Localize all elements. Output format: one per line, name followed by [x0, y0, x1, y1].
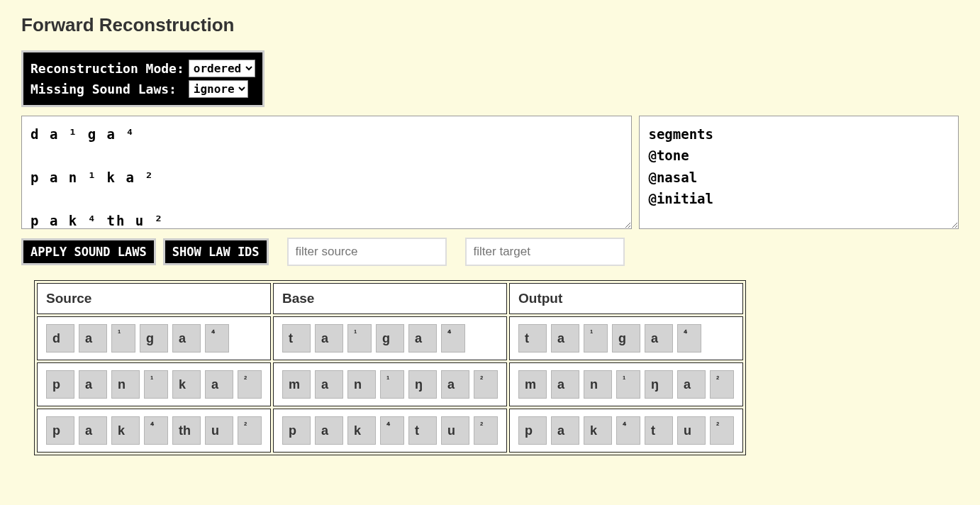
segment-cell: ⁴ [677, 324, 701, 353]
input-words-textarea[interactable] [21, 116, 632, 229]
table-row: da¹ga⁴ta¹ga⁴ta¹ga⁴ [37, 316, 743, 360]
segment-cell: g [140, 324, 168, 353]
cell-source: pan¹ka² [37, 362, 271, 406]
cell-source: da¹ga⁴ [37, 316, 271, 360]
segment-cell: k [347, 416, 376, 445]
segment-cell: a [79, 416, 107, 445]
segment-cell: a [551, 370, 579, 399]
segment-cell: a [441, 370, 469, 399]
segment-cell: a [79, 324, 107, 353]
page-title: Forward Reconstruction [21, 14, 959, 36]
segment-classes-textarea[interactable] [639, 116, 959, 229]
table-row: pan¹ka²man¹ŋa²man¹ŋa² [37, 362, 743, 406]
segment-cell: m [518, 370, 547, 399]
segment-cell: p [518, 416, 547, 445]
segment-cell: ⁴ [441, 324, 465, 353]
reconstruction-mode-label: Reconstruction Mode: [30, 61, 184, 76]
segment-cell: p [282, 416, 311, 445]
segment-cell: ¹ [380, 370, 404, 399]
segment-cell: a [551, 416, 579, 445]
segment-cell: u [441, 416, 469, 445]
apply-sound-laws-button[interactable]: APPLY SOUND LAWS [21, 238, 156, 265]
segment-cell: p [46, 370, 74, 399]
missing-sound-laws-select[interactable]: ignore [189, 80, 248, 98]
segment-cell: ¹ [616, 370, 640, 399]
filter-source-input[interactable] [287, 238, 447, 266]
segment-cell: ⁴ [616, 416, 640, 445]
segment-cell: ŋ [645, 370, 673, 399]
segment-cell: th [172, 416, 201, 445]
segment-cell: a [645, 324, 673, 353]
cell-output: ta¹ga⁴ [509, 316, 743, 360]
segment-cell: n [584, 370, 612, 399]
segment-cell: ⁴ [144, 416, 168, 445]
segment-cell: a [205, 370, 233, 399]
segment-cell: ¹ [111, 324, 135, 353]
col-source: Source [37, 283, 271, 314]
filter-target-input[interactable] [465, 238, 625, 266]
segment-cell: p [46, 416, 74, 445]
segment-cell: g [612, 324, 640, 353]
segment-cell: a [315, 370, 343, 399]
segment-cell: ⁴ [380, 416, 404, 445]
show-law-ids-button[interactable]: SHOW LAW IDS [163, 238, 269, 265]
segment-cell: g [376, 324, 404, 353]
cell-base: ta¹ga⁴ [273, 316, 507, 360]
segment-cell: ² [710, 370, 734, 399]
segment-cell: a [677, 370, 706, 399]
segment-cell: n [111, 370, 140, 399]
segment-cell: ² [710, 416, 734, 445]
cell-base: pak⁴tu² [273, 409, 507, 453]
segment-cell: a [551, 324, 579, 353]
col-base: Base [273, 283, 507, 314]
reconstruction-mode-select[interactable]: ordered [189, 60, 255, 77]
segment-cell: ⁴ [205, 324, 229, 353]
segment-cell: t [518, 324, 547, 353]
segment-cell: k [172, 370, 201, 399]
segment-cell: ² [474, 416, 498, 445]
segment-cell: a [315, 416, 343, 445]
table-row: pak⁴thu²pak⁴tu²pak⁴tu² [37, 409, 743, 453]
segment-cell: ² [238, 370, 262, 399]
segment-cell: ¹ [584, 324, 608, 353]
segment-cell: d [46, 324, 74, 353]
segment-cell: t [645, 416, 673, 445]
col-output: Output [509, 283, 743, 314]
segment-cell: ² [474, 370, 498, 399]
cell-base: man¹ŋa² [273, 362, 507, 406]
results-table: Source Base Output da¹ga⁴ta¹ga⁴ta¹ga⁴pan… [34, 280, 746, 455]
segment-cell: n [347, 370, 376, 399]
segment-cell: t [282, 324, 311, 353]
segment-cell: m [282, 370, 311, 399]
segment-cell: a [172, 324, 201, 353]
mode-panel: Reconstruction Mode: ordered Missing Sou… [21, 50, 265, 107]
segment-cell: a [315, 324, 343, 353]
missing-sound-laws-label: Missing Sound Laws: [30, 82, 184, 96]
segment-cell: a [408, 324, 437, 353]
segment-cell: ¹ [144, 370, 168, 399]
segment-cell: t [408, 416, 437, 445]
cell-output: man¹ŋa² [509, 362, 743, 406]
segment-cell: k [584, 416, 612, 445]
cell-source: pak⁴thu² [37, 409, 271, 453]
segment-cell: ² [238, 416, 262, 445]
segment-cell: k [111, 416, 140, 445]
segment-cell: u [677, 416, 706, 445]
segment-cell: a [79, 370, 107, 399]
segment-cell: ŋ [408, 370, 437, 399]
segment-cell: u [205, 416, 233, 445]
table-header-row: Source Base Output [37, 283, 743, 314]
segment-cell: ¹ [347, 324, 372, 353]
cell-output: pak⁴tu² [509, 409, 743, 453]
